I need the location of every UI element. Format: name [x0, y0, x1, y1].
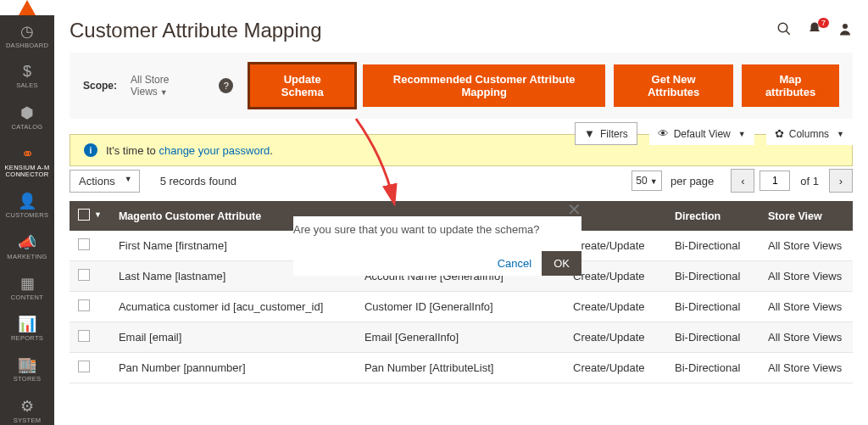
table-row[interactable]: Acumatica customer id [acu_customer_id]C…: [70, 292, 853, 322]
help-icon[interactable]: ?: [219, 78, 233, 93]
page-input[interactable]: [760, 171, 790, 191]
main-content: Customer Attribute Mapping 7 Scope: All …: [54, 0, 868, 425]
gear-icon: ⚙: [20, 397, 34, 416]
gear-icon: ✿: [775, 127, 784, 140]
nav-reports[interactable]: 📊REPORTS: [0, 308, 54, 349]
confirm-dialog: ✕ Are you sure that you want to update t…: [293, 216, 581, 276]
header-actions: 7: [776, 21, 853, 41]
nav-stores[interactable]: 🏬STORES: [0, 349, 54, 389]
map-attributes-button[interactable]: Map attributes: [742, 64, 839, 107]
logo-icon: [19, 0, 36, 15]
cell-action: Create/Update: [565, 353, 666, 383]
account-icon[interactable]: [837, 21, 853, 41]
nav-system[interactable]: ⚙SYSTEM: [0, 390, 54, 426]
scope-toolbar: Scope: All Store Views▼ ? Update Schema …: [70, 53, 853, 119]
filters-button[interactable]: ▼Filters: [575, 122, 637, 145]
cell-direction: Bi-Directional: [666, 292, 760, 322]
prev-page-button[interactable]: ‹: [731, 169, 754, 193]
dollar-icon: $: [23, 63, 31, 81]
nav-catalog[interactable]: ⬢CATALOG: [0, 97, 54, 137]
col-direction[interactable]: Direction: [666, 201, 760, 231]
cell-storeview: All Store Views: [760, 261, 853, 292]
row-checkbox[interactable]: [78, 361, 90, 372]
cell-storeview: All Store Views: [760, 292, 853, 322]
per-page-select[interactable]: 50▼: [632, 171, 662, 191]
cell-magento: Acumatica customer id [acu_customer_id]: [110, 292, 356, 322]
default-view-dropdown[interactable]: 👁Default View▼: [649, 122, 754, 145]
grid-controls: Actions▼ 5 records found 50▼ per page ‹ …: [70, 169, 853, 193]
chart-icon: 📊: [18, 315, 36, 333]
ok-button[interactable]: OK: [542, 251, 581, 276]
nav-sales[interactable]: $SALES: [0, 56, 54, 96]
columns-dropdown[interactable]: ✿Columns▼: [766, 122, 853, 145]
row-checkbox[interactable]: [78, 330, 90, 342]
nav-content[interactable]: ▦CONTENT: [0, 267, 54, 308]
per-page-label: per page: [670, 175, 714, 187]
svg-point-2: [843, 24, 848, 29]
cancel-button[interactable]: Cancel: [498, 257, 531, 270]
cell-direction: Bi-Directional: [666, 353, 760, 383]
recommended-mapping-button[interactable]: Recommended Customer Attribute Mapping: [363, 64, 605, 107]
blocks-icon: ▦: [20, 274, 35, 293]
cell-direction: Bi-Directional: [666, 261, 760, 292]
admin-sidebar: ◷DASHBOARD $SALES ⬢CATALOG ⚭KENSIUM A-M …: [0, 0, 54, 425]
close-icon[interactable]: ✕: [567, 199, 581, 220]
change-password-link[interactable]: change your password: [159, 144, 270, 157]
page-header: Customer Attribute Mapping 7: [70, 0, 853, 53]
cell-action: Create/Update: [565, 322, 666, 353]
scope-selector[interactable]: All Store Views▼: [131, 74, 203, 98]
cell-storeview: All Store Views: [760, 322, 853, 353]
table-row[interactable]: Email [email]Email [GeneralInfo]Create/U…: [70, 322, 853, 353]
row-checkbox[interactable]: [78, 238, 90, 250]
update-schema-button[interactable]: Update Schema: [250, 64, 354, 107]
row-checkbox[interactable]: [78, 269, 90, 281]
svg-line-1: [786, 31, 790, 35]
scope-label: Scope:: [83, 80, 117, 92]
notification-badge: 7: [818, 18, 829, 28]
page-title: Customer Attribute Mapping: [70, 19, 321, 42]
svg-point-0: [778, 23, 787, 32]
grid-view-controls: ▼Filters 👁Default View▼ ✿Columns▼: [70, 122, 853, 145]
records-count: 5 records found: [160, 175, 236, 187]
store-icon: 🏬: [18, 355, 36, 374]
info-icon: i: [84, 143, 97, 157]
cube-icon: ⬢: [20, 103, 34, 122]
nav-dashboard[interactable]: ◷DASHBOARD: [0, 15, 54, 56]
cell-direction: Bi-Directional: [666, 322, 760, 353]
next-page-button[interactable]: ›: [829, 169, 853, 193]
notifications-icon[interactable]: 7: [807, 21, 822, 41]
logo: [0, 0, 54, 15]
cell-storeview: All Store Views: [760, 353, 853, 383]
nav-customers[interactable]: 👤CUSTOMERS: [0, 185, 54, 226]
eye-icon: 👁: [658, 127, 669, 140]
cell-acumatica: Customer ID [GeneralInfo]: [356, 292, 565, 322]
actions-dropdown[interactable]: Actions▼: [70, 170, 140, 193]
cell-storeview: All Store Views: [760, 231, 853, 261]
nav-connector[interactable]: ⚭KENSIUM A-M CONNECTOR: [0, 137, 54, 186]
cell-acumatica: Pan Number [AttributeList]: [356, 353, 565, 383]
cell-acumatica: Email [GeneralInfo]: [356, 322, 565, 353]
row-checkbox[interactable]: [78, 299, 90, 311]
dashboard-icon: ◷: [20, 22, 34, 41]
cell-direction: Bi-Directional: [666, 231, 760, 261]
link-icon: ⚭: [21, 144, 34, 163]
table-row[interactable]: Pan Number [pannumber]Pan Number [Attrib…: [70, 353, 853, 383]
nav-marketing[interactable]: 📣MARKETING: [0, 226, 54, 267]
page-total: of 1: [800, 175, 819, 187]
notice-text: It's time to change your password.: [106, 144, 273, 157]
funnel-icon: ▼: [584, 127, 595, 140]
cell-magento: Pan Number [pannumber]: [110, 353, 356, 383]
dialog-message: Are you sure that you want to update the…: [293, 216, 581, 251]
search-icon[interactable]: [776, 21, 792, 41]
select-all-header[interactable]: ▼: [70, 201, 110, 231]
col-store-view[interactable]: Store View: [760, 201, 853, 231]
get-new-attributes-button[interactable]: Get New Attributes: [614, 64, 733, 107]
cell-action: Create/Update: [565, 292, 666, 322]
cell-magento: Email [email]: [110, 322, 356, 353]
megaphone-icon: 📣: [18, 233, 36, 252]
person-icon: 👤: [18, 192, 36, 210]
